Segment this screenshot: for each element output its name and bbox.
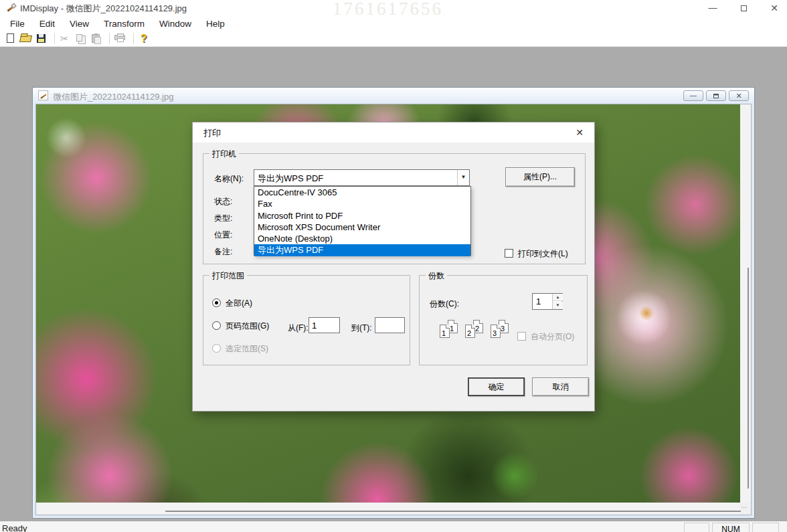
copies-value: 1 <box>536 296 541 306</box>
dropdown-item[interactable]: Microsoft Print to PDF <box>254 210 470 221</box>
collate-page: 1 <box>440 325 450 338</box>
status-cell-num: NUM <box>712 523 750 532</box>
status-ready-text: Ready <box>2 523 27 532</box>
collate-page-number: 1 <box>442 329 446 337</box>
menu-transform[interactable]: Transform <box>96 17 152 30</box>
document-close-icon[interactable]: ✕ <box>729 90 749 101</box>
toolbar-separator <box>133 33 134 44</box>
collate-label: 自动分页(O) <box>531 331 574 343</box>
print-dialog: 打印 ✕ 打印机 名称(N): 导出为WPS PDF ▼ 属性(P)... 状态… <box>192 122 595 412</box>
printer-group-label: 打印机 <box>209 149 239 160</box>
printer-name-value: 导出为WPS PDF <box>258 173 323 185</box>
chevron-down-icon[interactable]: ▼ <box>457 170 469 185</box>
spinner-up-icon[interactable]: ▲ <box>553 294 563 301</box>
dropdown-item[interactable]: Microsoft XPS Document Writer <box>254 221 470 233</box>
copies-group-label: 份数 <box>426 270 447 282</box>
toolbar-separator <box>54 33 55 44</box>
dropdown-item[interactable]: Fax <box>254 198 470 209</box>
printer-name-label: 名称(N): <box>214 173 244 185</box>
collate-page: 3 <box>491 325 501 338</box>
menu-edit[interactable]: Edit <box>32 17 62 30</box>
range-selection-radio <box>212 344 221 353</box>
spinner-down-icon[interactable]: ▼ <box>553 302 563 309</box>
save-icon[interactable] <box>35 33 48 45</box>
document-minimize-icon[interactable]: — <box>683 90 703 101</box>
imdisplay-window: IMDisplay - 微信图片_20221024114129.jpg 1761… <box>0 0 787 532</box>
range-from-input[interactable] <box>309 317 340 333</box>
open-file-icon[interactable] <box>19 33 33 45</box>
printer-dropdown-list: DocuCentre-IV 3065 Fax Microsoft Print t… <box>254 186 471 256</box>
menu-help[interactable]: Help <box>199 17 232 30</box>
dialog-close-icon[interactable]: ✕ <box>572 126 588 139</box>
range-to-label: 到(T): <box>351 323 372 334</box>
document-title-bar[interactable]: 微信图片_20221024114129.jpg — ✕ <box>33 88 754 104</box>
copy-icon <box>74 33 88 45</box>
print-range-group-label: 打印范围 <box>209 270 247 282</box>
mdi-client-area: 微信图片_20221024114129.jpg — ✕ ⋯ 打印 ✕ 打印机 名… <box>0 47 787 521</box>
cancel-button[interactable]: 取消 <box>532 377 589 396</box>
copies-count-label: 份数(C): <box>430 298 459 310</box>
dropdown-item[interactable]: DocuCentre-IV 3065 <box>254 187 470 198</box>
window-title: IMDisplay - 微信图片_20221024114129.jpg <box>20 3 187 15</box>
properties-button[interactable]: 属性(P)... <box>505 167 575 187</box>
app-icon <box>5 3 16 13</box>
cut-icon: ✂ <box>59 33 72 45</box>
dropdown-item-selected[interactable]: 导出为WPS PDF <box>254 244 470 256</box>
collate-page-number: 2 <box>467 329 471 337</box>
printer-type-label: 类型: <box>214 213 232 224</box>
maximize-icon[interactable] <box>732 0 755 16</box>
collate-page: 2 <box>465 325 475 338</box>
print-icon <box>114 33 127 45</box>
menu-window[interactable]: Window <box>152 17 199 30</box>
menu-bar: File Edit View Transform Window Help <box>0 16 787 31</box>
status-bar: Ready NUM <box>0 521 787 532</box>
close-icon[interactable]: ✕ <box>763 0 786 16</box>
dropdown-item[interactable]: OneNote (Desktop) <box>254 233 470 244</box>
printer-group: 打印机 名称(N): 导出为WPS PDF ▼ 属性(P)... 状态: 类型:… <box>203 153 586 264</box>
print-dialog-title-bar[interactable]: 打印 ✕ <box>193 122 594 143</box>
range-to-input[interactable] <box>375 317 405 333</box>
title-bar: IMDisplay - 微信图片_20221024114129.jpg 1761… <box>0 0 787 16</box>
print-dialog-title: 打印 <box>203 127 221 139</box>
print-to-file-checkbox[interactable] <box>505 249 513 258</box>
vertical-scrollbar-thumb[interactable] <box>748 268 749 489</box>
paste-icon <box>90 33 103 45</box>
minimize-icon[interactable]: — <box>701 0 724 16</box>
menu-file[interactable]: File <box>3 17 32 30</box>
copies-spinner[interactable]: 1 ▲ ▼ <box>532 293 563 310</box>
vertical-scrollbar[interactable] <box>740 104 751 503</box>
printer-name-combobox[interactable]: 导出为WPS PDF ▼ <box>254 169 470 186</box>
copies-group: 份数 份数(C): 1 ▲ ▼ 1 1 2 2 <box>419 275 588 365</box>
collate-page-number: 3 <box>493 329 497 337</box>
range-all-radio[interactable] <box>212 298 221 307</box>
horizontal-scrollbar-thumb[interactable] <box>165 511 741 512</box>
collate-pages-graphic: 1 1 2 2 3 3 <box>440 320 515 344</box>
status-cell-caps <box>684 523 709 532</box>
menu-view[interactable]: View <box>62 17 96 30</box>
horizontal-scrollbar[interactable] <box>36 503 740 515</box>
range-from-label: 从(F): <box>288 323 309 334</box>
document-title: 微信图片_20221024114129.jpg <box>53 91 173 103</box>
status-cell-scrl <box>752 523 779 532</box>
range-selection-label: 选定范围(S) <box>226 343 268 355</box>
printer-comment-label: 备注: <box>214 246 232 258</box>
new-document-icon[interactable] <box>4 33 17 45</box>
collate-page-number: 1 <box>450 325 454 333</box>
range-pages-label[interactable]: 页码范围(G) <box>226 321 269 332</box>
document-icon <box>38 90 48 100</box>
print-to-file-label[interactable]: 打印到文件(L) <box>518 248 568 260</box>
print-range-group: 打印范围 全部(A) 页码范围(G) 从(F): 到(T): 选定范围(S) <box>203 275 410 365</box>
toolbar-separator <box>109 33 110 44</box>
toolbar: ✂ ? <box>0 31 787 47</box>
ok-button[interactable]: 确定 <box>468 377 525 396</box>
resize-grip-icon: ⋯ <box>741 504 750 513</box>
document-restore-icon[interactable] <box>706 90 726 101</box>
range-all-label[interactable]: 全部(A) <box>226 298 252 309</box>
collate-checkbox <box>517 332 526 341</box>
printer-status-label: 状态: <box>214 196 232 207</box>
collate-page-number: 2 <box>475 325 479 333</box>
collate-page-number: 3 <box>501 325 505 333</box>
range-pages-radio[interactable] <box>212 321 221 330</box>
help-icon[interactable]: ? <box>138 33 151 45</box>
printer-location-label: 位置: <box>214 230 232 241</box>
